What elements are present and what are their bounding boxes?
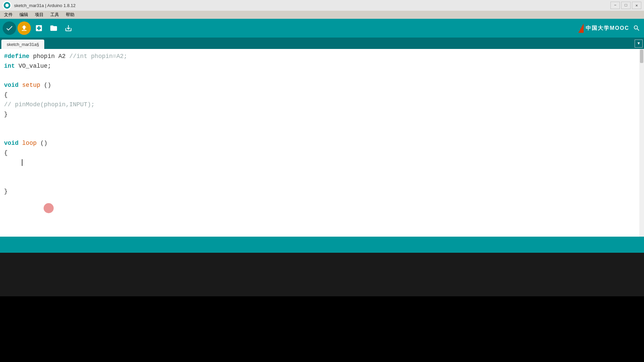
search-icon [633, 24, 640, 32]
verify-icon [5, 24, 13, 32]
code-line-7: } [4, 110, 640, 119]
editor-scrollbar[interactable] [639, 49, 644, 237]
code-text: { [4, 92, 8, 98]
menu-bar: 文件 编辑 项目 工具 帮助 [0, 11, 644, 19]
indent-space [11, 159, 18, 166]
title-bar: sketch_mar31a | Arduino 1.8.12 − □ ✕ [0, 0, 644, 11]
code-line-5: { [4, 90, 640, 100]
code-editor[interactable]: #define phopin A2 //int phopin=A2; int V… [0, 49, 644, 199]
scrollbar-thumb[interactable] [640, 50, 643, 63]
comment-text: //int phopin=A2; [69, 53, 127, 60]
window-controls: − □ ✕ [610, 2, 641, 9]
menu-file[interactable]: 文件 [1, 11, 15, 18]
keyword-void2: void [4, 140, 18, 146]
tab-label: sketch_mar31a§ [7, 42, 39, 47]
code-line-9 [4, 129, 640, 138]
close-button[interactable]: ✕ [632, 2, 641, 9]
code-text: () [44, 82, 51, 88]
menu-tools[interactable]: 工具 [48, 11, 62, 18]
code-line-13 [4, 177, 640, 187]
mouse-cursor-indicator [44, 203, 54, 213]
open-icon [50, 24, 58, 32]
code-line-12 [4, 168, 640, 177]
mooc-chinese-text: 中国大学MOOC [586, 25, 629, 32]
search-button[interactable] [632, 23, 641, 33]
code-text: } [4, 188, 8, 195]
code-line-1: #define phopin A2 //int phopin=A2; [4, 52, 640, 61]
toolbar-right: 中国大学MOOC [578, 23, 641, 33]
save-icon [64, 24, 72, 32]
new-icon [35, 24, 43, 32]
menu-edit[interactable]: 编辑 [17, 11, 31, 18]
toolbar: 中国大学MOOC [0, 19, 644, 38]
code-text: () [40, 140, 48, 146]
upload-button[interactable] [17, 21, 31, 35]
title-bar-left: sketch_mar31a | Arduino 1.8.12 [3, 1, 75, 10]
window-title: sketch_mar31a | Arduino 1.8.12 [14, 3, 75, 8]
maximize-button[interactable]: □ [621, 2, 631, 9]
code-text: { [4, 149, 8, 156]
mooc-text: 中国大学MOOC [586, 25, 629, 32]
verify-button[interactable] [3, 21, 16, 35]
code-line-2: int VO_value; [4, 61, 640, 71]
tab-dropdown-button[interactable]: ▼ [635, 40, 643, 48]
code-line-10: void loop () [4, 138, 640, 148]
mooc-logo-area: 中国大学MOOC [578, 23, 629, 33]
upload-icon [20, 24, 28, 32]
comment-pinmode: // pinMode(phopin,INPUT); [4, 101, 95, 108]
code-line-4: void setup () [4, 80, 640, 90]
minimize-button[interactable]: − [610, 2, 620, 9]
function-loop: loop [22, 140, 37, 146]
console-area [0, 253, 644, 296]
menu-project[interactable]: 项目 [32, 11, 46, 18]
editor-area[interactable]: #define phopin A2 //int phopin=A2; int V… [0, 49, 644, 237]
function-setup: setup [22, 82, 40, 88]
code-line-6: // pinMode(phopin,INPUT); [4, 100, 640, 110]
tabs-area: sketch_mar31a§ ▼ [0, 38, 644, 49]
code-line-8 [4, 119, 640, 129]
code-line-3 [4, 71, 640, 81]
text-cursor [22, 159, 22, 166]
keyword-void: void [4, 82, 18, 88]
preprocessor-keyword: #define [4, 53, 30, 60]
code-line-11: { [4, 148, 640, 158]
code-text: phopin A2 [33, 53, 69, 60]
code-line-cursor [4, 158, 640, 168]
code-text: VO_value; [18, 63, 51, 69]
arduino-logo-inner [5, 4, 9, 7]
arduino-logo [3, 1, 11, 10]
new-button[interactable] [32, 21, 46, 35]
open-button[interactable] [47, 21, 60, 35]
bottom-teal-bar [0, 237, 644, 253]
mooc-triangle [578, 23, 584, 33]
code-line-14: } [4, 187, 640, 196]
keyword-int: int [4, 63, 15, 69]
toolbar-buttons [3, 21, 75, 35]
dropdown-icon: ▼ [637, 41, 640, 46]
save-button[interactable] [62, 21, 75, 35]
code-text: } [4, 111, 8, 118]
menu-help[interactable]: 帮助 [63, 11, 77, 18]
active-tab[interactable]: sketch_mar31a§ [1, 40, 44, 49]
